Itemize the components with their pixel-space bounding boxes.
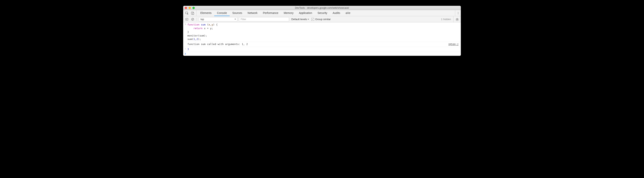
window-title: DevTools - developers.google.com/web/sho…: [183, 7, 461, 9]
console-settings-button[interactable]: [455, 17, 459, 22]
panel-tabs: Elements Console Sources Network Perform…: [196, 10, 455, 16]
console-prompt-row[interactable]: [183, 52, 461, 56]
svg-point-3: [458, 12, 458, 12]
svg-point-5: [458, 14, 458, 14]
tab-console[interactable]: Console: [214, 10, 230, 16]
toggle-sidebar-button[interactable]: [185, 17, 189, 22]
log-levels-label: Default levels: [291, 18, 307, 21]
group-similar-checkbox[interactable]: ✓ Group similar: [312, 18, 331, 21]
prompt-input[interactable]: [188, 53, 460, 55]
context-selector[interactable]: top: [199, 17, 237, 22]
log-gutter: [183, 43, 188, 46]
devtools-window: DevTools - developers.google.com/web/sho…: [183, 6, 461, 56]
svg-line-8: [192, 19, 194, 20]
group-similar-label: Group similar: [315, 18, 331, 21]
source-link[interactable]: VM580:2: [448, 43, 460, 46]
tab-sources[interactable]: Sources: [230, 10, 245, 16]
clear-console-button[interactable]: [190, 17, 195, 22]
more-options-button[interactable]: [455, 10, 461, 16]
result-chevron-icon: [183, 48, 188, 51]
device-toolbar-icon[interactable]: [191, 11, 194, 15]
log-message: function sum called with arguments: 1, 2: [188, 43, 448, 46]
chevron-down-icon: [308, 19, 309, 21]
result-value: 3: [188, 48, 460, 51]
tab-audits[interactable]: Audits: [330, 10, 343, 16]
prompt-chevron-icon: [183, 53, 188, 55]
context-selector-value: top: [200, 18, 204, 21]
checkbox-icon: ✓: [312, 18, 314, 21]
input-chevron-icon: [183, 23, 188, 41]
close-window-button[interactable]: [185, 7, 187, 9]
console-toolbar: top Default levels ✓ Group similar 1 hid…: [183, 16, 461, 22]
tab-application[interactable]: Application: [296, 10, 315, 16]
svg-point-4: [458, 13, 458, 13]
tab-memory[interactable]: Memory: [281, 10, 296, 16]
tab-axe[interactable]: aXe: [343, 10, 353, 16]
hidden-messages-count[interactable]: 1 hidden: [441, 18, 452, 21]
tab-security[interactable]: Security: [315, 10, 330, 16]
input-code[interactable]: function sum (x,y) { return x + y; } mon…: [188, 23, 460, 41]
console-log-row: function sum called with arguments: 1, 2…: [183, 42, 461, 47]
console-input-row: function sum (x,y) { return x + y; } mon…: [183, 22, 461, 42]
panel-tabs-row: Elements Console Sources Network Perform…: [183, 10, 461, 16]
traffic-lights: [185, 7, 195, 9]
inspect-element-icon[interactable]: [185, 11, 188, 15]
minimize-window-button[interactable]: [188, 7, 191, 9]
tab-performance[interactable]: Performance: [260, 10, 281, 16]
tab-network[interactable]: Network: [245, 10, 260, 16]
console-body: function sum (x,y) { return x + y; } mon…: [183, 22, 461, 56]
svg-rect-2: [192, 13, 194, 15]
zoom-window-button[interactable]: [192, 7, 195, 9]
svg-point-10: [457, 19, 458, 20]
titlebar: DevTools - developers.google.com/web/sho…: [183, 6, 461, 10]
filter-input[interactable]: [239, 17, 289, 22]
inspector-icons: [183, 10, 196, 16]
tab-elements[interactable]: Elements: [198, 10, 214, 16]
console-result-row: 3: [183, 47, 461, 52]
log-levels-selector[interactable]: Default levels: [290, 18, 310, 21]
